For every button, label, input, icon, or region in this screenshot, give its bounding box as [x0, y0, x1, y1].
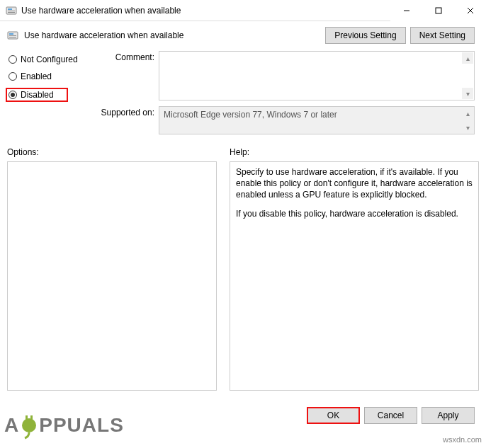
svg-rect-11 [9, 37, 16, 38]
radio-label: Enabled [21, 71, 52, 81]
watermark-site: wsxdn.com [443, 435, 482, 444]
scroll-down-icon[interactable]: ▾ [462, 88, 473, 99]
svg-rect-1 [8, 8, 12, 10]
options-label: Options: [7, 146, 217, 161]
svg-rect-2 [8, 11, 15, 11]
previous-setting-button[interactable]: Previous Setting [325, 27, 405, 44]
brand-post: PPUALS [39, 414, 124, 436]
brand-pre: A [4, 414, 19, 436]
comment-label: Comment: [94, 51, 159, 100]
window-title: Use hardware acceleration when available [21, 6, 390, 16]
svg-rect-14 [30, 415, 33, 421]
help-paragraph: If you disable this policy, hardware acc… [236, 208, 473, 219]
maximize-button[interactable] [422, 0, 454, 21]
close-button[interactable] [454, 0, 486, 21]
svg-rect-13 [26, 415, 28, 421]
radio-label: Not Configured [21, 54, 78, 64]
radio-enabled[interactable]: Enabled [7, 71, 85, 82]
radio-label: Disabled [21, 90, 54, 100]
help-panel: Specify to use hardware acceleration, if… [230, 161, 479, 391]
minimize-button[interactable] [390, 0, 422, 21]
header-row: Use hardware acceleration when available… [0, 21, 486, 47]
cancel-button[interactable]: Cancel [364, 407, 417, 424]
radio-disabled[interactable]: Disabled [6, 88, 68, 102]
watermark-brand: APPUALS [4, 411, 124, 438]
radio-icon [9, 55, 17, 64]
scroll-up-icon[interactable]: ▴ [462, 52, 473, 64]
supported-on-value: Microsoft Edge version 77, Windows 7 or … [159, 106, 475, 134]
window-controls [390, 0, 486, 21]
ok-button[interactable]: OK [307, 407, 360, 424]
radio-not-configured[interactable]: Not Configured [7, 54, 85, 65]
lower-panels: Options: Help: Specify to use hardware a… [0, 143, 486, 391]
svg-rect-5 [436, 8, 441, 13]
next-setting-button[interactable]: Next Setting [410, 27, 475, 44]
options-panel [7, 161, 217, 391]
supported-on-label: Supported on: [94, 106, 159, 134]
svg-rect-10 [9, 35, 16, 36]
comment-input[interactable]: ▴ ▾ [159, 51, 475, 100]
apply-button[interactable]: Apply [422, 407, 475, 424]
config-area: Not Configured Enabled Disabled Comment:… [0, 47, 486, 143]
titlebar: Use hardware acceleration when available [0, 0, 486, 21]
scroll-up-icon[interactable]: ▴ [462, 108, 473, 119]
svg-point-12 [22, 418, 36, 432]
scroll-down-icon[interactable]: ▾ [462, 122, 473, 133]
radio-icon [9, 72, 17, 81]
radio-icon [9, 91, 17, 99]
svg-rect-9 [9, 33, 13, 35]
help-paragraph: Specify to use hardware acceleration, if… [236, 166, 473, 201]
plug-icon [19, 413, 39, 440]
supported-on-text: Microsoft Edge version 77, Windows 7 or … [164, 110, 337, 120]
policy-title: Use hardware acceleration when available [24, 30, 183, 40]
dialog-footer: OK Cancel Apply [307, 407, 475, 424]
policy-icon [7, 30, 18, 41]
help-label: Help: [230, 146, 479, 161]
svg-rect-3 [8, 12, 15, 13]
policy-icon [6, 5, 17, 16]
state-radios: Not Configured Enabled Disabled [7, 51, 85, 108]
